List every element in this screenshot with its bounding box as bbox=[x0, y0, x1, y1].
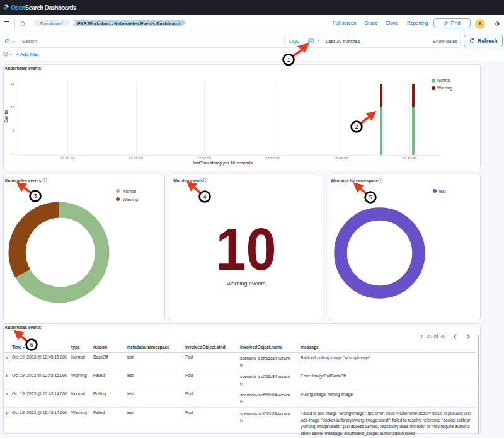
svg-text:3: 3 bbox=[34, 193, 37, 199]
svg-text:2: 2 bbox=[355, 124, 358, 130]
svg-text:1: 1 bbox=[287, 57, 290, 63]
svg-text:6: 6 bbox=[30, 342, 33, 348]
svg-text:4: 4 bbox=[203, 193, 207, 200]
svg-text:5: 5 bbox=[369, 194, 372, 200]
